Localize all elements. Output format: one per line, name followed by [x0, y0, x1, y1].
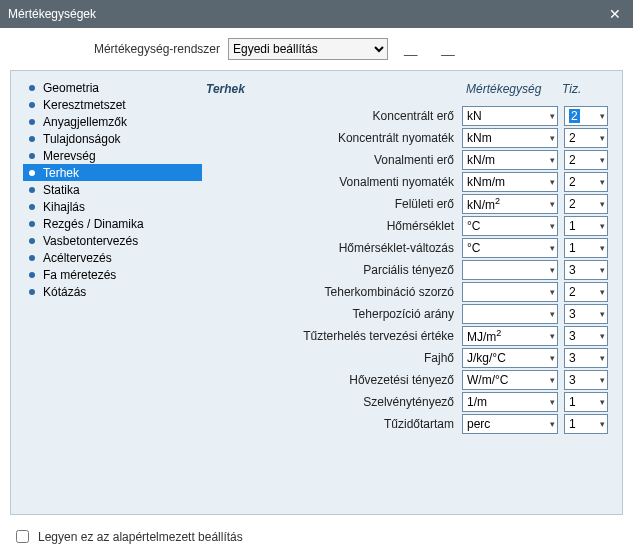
chevron-down-icon: ▾ [550, 243, 555, 253]
sidebar-item[interactable]: Kihajlás [23, 198, 202, 215]
unit-select[interactable]: kNm/m▾ [462, 172, 558, 192]
row-label: Fajhő [202, 351, 462, 365]
decimals-select[interactable]: 2▾ [564, 150, 608, 170]
sidebar-item[interactable]: Vasbetontervezés [23, 232, 202, 249]
unit-value: J/kg/°C [467, 351, 506, 365]
row-label: Vonalmenti nyomaték [202, 175, 462, 189]
unit-select[interactable]: kN/m▾ [462, 150, 558, 170]
sidebar-item-label: Acéltervezés [43, 251, 112, 265]
unit-select[interactable]: W/m/°C▾ [462, 370, 558, 390]
chevron-down-icon: ▾ [600, 111, 605, 121]
decimals-select[interactable]: 3▾ [564, 304, 608, 324]
unit-row: Vonalmenti nyomatékkNm/m▾2▾ [202, 171, 608, 193]
chevron-down-icon: ▾ [600, 177, 605, 187]
sidebar-item[interactable]: Anyagjellemzők [23, 113, 202, 130]
chevron-down-icon: ▾ [550, 155, 555, 165]
sidebar-item[interactable]: Statika [23, 181, 202, 198]
unit-select[interactable]: MJ/m2▾ [462, 326, 558, 346]
unit-system-select[interactable]: Egyedi beállítás [228, 38, 388, 60]
unit-select[interactable]: kN/m2▾ [462, 194, 558, 214]
sidebar-item-label: Terhek [43, 166, 79, 180]
unit-select[interactable]: ▾ [462, 282, 558, 302]
unit-select[interactable]: °C▾ [462, 238, 558, 258]
sidebar-item[interactable]: Merevség [23, 147, 202, 164]
main-panel: GeometriaKeresztmetszetAnyagjellemzőkTul… [10, 70, 623, 515]
unit-select[interactable]: kN▾ [462, 106, 558, 126]
decimals-value: 1 [569, 219, 576, 233]
sidebar-item-label: Fa méretezés [43, 268, 116, 282]
unit-value: kNm/m [467, 175, 505, 189]
chevron-down-icon: ▾ [550, 199, 555, 209]
sidebar-item[interactable]: Kótázás [23, 283, 202, 300]
bullet-icon [29, 119, 35, 125]
decimals-select[interactable]: 1▾ [564, 238, 608, 258]
decimals-select[interactable]: 2▾ [564, 282, 608, 302]
titlebar: Mértékegységek ✕ [0, 0, 633, 28]
unit-value: °C [467, 219, 480, 233]
bullet-icon [29, 187, 35, 193]
unit-value: °C [467, 241, 480, 255]
chevron-down-icon: ▾ [600, 243, 605, 253]
row-label: Hőmérséklet [202, 219, 462, 233]
decimals-select[interactable]: 2▾ [564, 172, 608, 192]
unit-row: Hővezetési tényezőW/m/°C▾3▾ [202, 369, 608, 391]
sidebar-item[interactable]: Rezgés / Dinamika [23, 215, 202, 232]
decimals-select[interactable]: 3▾ [564, 326, 608, 346]
default-checkbox[interactable] [16, 530, 29, 543]
decimals-select[interactable]: 2▾ [564, 106, 608, 126]
chevron-down-icon: ▾ [550, 397, 555, 407]
chevron-down-icon: ▾ [550, 111, 555, 121]
decimals-value: 2 [569, 109, 580, 123]
sidebar-item[interactable]: Geometria [23, 79, 202, 96]
unit-value: kN [467, 109, 482, 123]
sidebar-item-label: Geometria [43, 81, 99, 95]
decimals-value: 2 [569, 175, 576, 189]
unit-select[interactable]: J/kg/°C▾ [462, 348, 558, 368]
chevron-down-icon: ▾ [550, 419, 555, 429]
chevron-down-icon: ▾ [600, 265, 605, 275]
bullet-icon [29, 136, 35, 142]
bullet-icon [29, 221, 35, 227]
column-header-decimals: Tiz. [558, 82, 602, 96]
decimals-select[interactable]: 1▾ [564, 216, 608, 236]
row-label: Koncentrált nyomaték [202, 131, 462, 145]
unit-value: kN/m2 [467, 196, 500, 212]
bullet-icon [29, 289, 35, 295]
sidebar-item[interactable]: Tulajdonságok [23, 130, 202, 147]
decimals-value: 3 [569, 263, 576, 277]
decimals-value: 3 [569, 329, 576, 343]
unit-row: Koncentrált erőkN▾2▾ [202, 105, 608, 127]
chevron-down-icon: ▾ [550, 331, 555, 341]
unit-select[interactable]: °C▾ [462, 216, 558, 236]
unit-row: FajhőJ/kg/°C▾3▾ [202, 347, 608, 369]
sidebar-item[interactable]: Terhek [23, 164, 202, 181]
sidebar-item-label: Kótázás [43, 285, 86, 299]
chevron-down-icon: ▾ [600, 375, 605, 385]
chevron-down-icon: ▾ [600, 155, 605, 165]
decimals-select[interactable]: 3▾ [564, 348, 608, 368]
decimals-select[interactable]: 3▾ [564, 260, 608, 280]
bullet-icon [29, 153, 35, 159]
bullet-icon [29, 102, 35, 108]
close-icon[interactable]: ✕ [605, 6, 625, 22]
bullet-icon [29, 255, 35, 261]
decimals-select[interactable]: 3▾ [564, 370, 608, 390]
unit-select[interactable]: 1/m▾ [462, 392, 558, 412]
sidebar-item[interactable]: Keresztmetszet [23, 96, 202, 113]
unit-select[interactable]: ▾ [462, 304, 558, 324]
unit-value: MJ/m2 [467, 328, 501, 344]
decimals-select[interactable]: 2▾ [564, 194, 608, 214]
decimals-select[interactable]: 1▾ [564, 414, 608, 434]
sidebar-item[interactable]: Acéltervezés [23, 249, 202, 266]
sidebar-item[interactable]: Fa méretezés [23, 266, 202, 283]
unit-select[interactable]: kNm▾ [462, 128, 558, 148]
dash-placeholder-2: __ [433, 42, 462, 56]
unit-value: kN/m [467, 153, 495, 167]
unit-select[interactable]: ▾ [462, 260, 558, 280]
decimals-select[interactable]: 1▾ [564, 392, 608, 412]
sidebar-item-label: Rezgés / Dinamika [43, 217, 144, 231]
chevron-down-icon: ▾ [550, 287, 555, 297]
chevron-down-icon: ▾ [600, 331, 605, 341]
decimals-select[interactable]: 2▾ [564, 128, 608, 148]
unit-select[interactable]: perc▾ [462, 414, 558, 434]
